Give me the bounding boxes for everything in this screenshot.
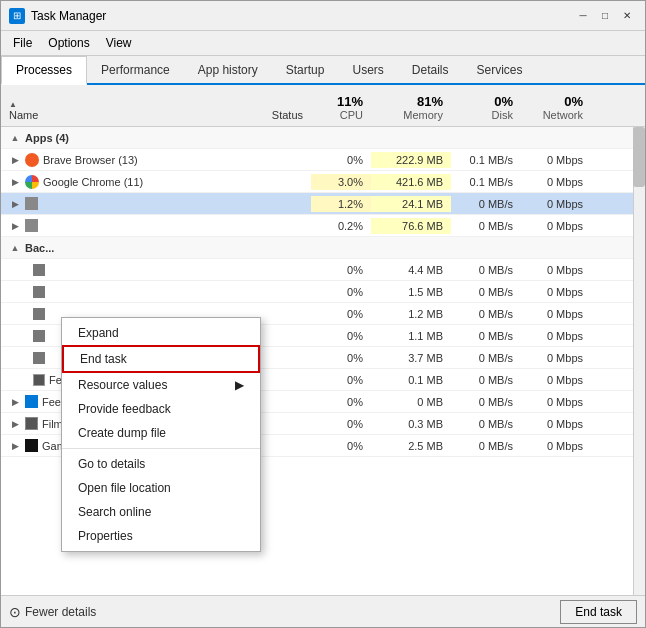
expand-chrome-arrow[interactable]: ▶ — [9, 176, 21, 188]
tab-services[interactable]: Services — [463, 56, 537, 85]
section-apps[interactable]: ▲ Apps (4) — [1, 127, 645, 149]
bg3-icon — [33, 308, 45, 320]
content-area: ▲ Name Status 11% CPU 81% Memory 0% Disk… — [1, 85, 645, 595]
footer: ⊙ Fewer details End task — [1, 595, 645, 627]
fewer-details-arrow: ⊙ — [9, 604, 21, 620]
col-network[interactable]: 0% Network — [521, 88, 591, 123]
window-title: Task Manager — [31, 9, 106, 23]
section-apps-label: ▲ Apps (4) — [1, 130, 231, 146]
title-bar: ⊞ Task Manager ─ □ ✕ — [1, 1, 645, 31]
tab-processes[interactable]: Processes — [1, 56, 87, 85]
section-background[interactable]: ▲ Bac... — [1, 237, 645, 259]
scrollbar-thumb[interactable] — [633, 127, 645, 187]
expand-brave-arrow[interactable]: ▶ — [9, 154, 21, 166]
maximize-button[interactable]: □ — [595, 7, 615, 25]
bg5-icon — [33, 352, 45, 364]
col-memory[interactable]: 81% Memory — [371, 88, 451, 123]
title-bar-left: ⊞ Task Manager — [9, 8, 106, 24]
expand-films-arrow[interactable]: ▶ — [9, 418, 21, 430]
tab-startup[interactable]: Startup — [272, 56, 339, 85]
row-bg2[interactable]: 0% 1.5 MB 0 MB/s 0 Mbps — [1, 281, 645, 303]
ctx-properties[interactable]: Properties — [62, 524, 260, 548]
tab-apphistory[interactable]: App history — [184, 56, 272, 85]
ctx-open-file-location[interactable]: Open file location — [62, 476, 260, 500]
row4-icon — [25, 219, 38, 232]
col-cpu[interactable]: 11% CPU — [311, 88, 371, 123]
row-bg1[interactable]: 0% 4.4 MB 0 MB/s 0 Mbps — [1, 259, 645, 281]
task-manager-window: ⊞ Task Manager ─ □ ✕ File Options View P… — [0, 0, 646, 628]
col-name[interactable]: ▲ Name — [1, 88, 231, 123]
context-menu: Expand End task Resource values ▶ Provid… — [61, 317, 261, 552]
ctx-go-to-details[interactable]: Go to details — [62, 452, 260, 476]
col-disk[interactable]: 0% Disk — [451, 88, 521, 123]
app-icon: ⊞ — [9, 8, 25, 24]
fewer-details-label: Fewer details — [25, 605, 96, 619]
row-brave[interactable]: ▶ Brave Browser (13) 0% 222.9 MB 0.1 MB/… — [1, 149, 645, 171]
col-status[interactable]: Status — [231, 88, 311, 123]
sort-arrow: ▲ — [9, 100, 17, 109]
bg4-icon — [33, 330, 45, 342]
brave-icon — [25, 153, 39, 167]
ctx-provide-feedback[interactable]: Provide feedback — [62, 397, 260, 421]
bg1-icon — [33, 264, 45, 276]
tab-performance[interactable]: Performance — [87, 56, 184, 85]
tab-bar: Processes Performance App history Startu… — [1, 56, 645, 85]
collapse-bg-arrow[interactable]: ▲ — [9, 242, 21, 254]
window-controls: ─ □ ✕ — [573, 7, 637, 25]
ctx-resource-values[interactable]: Resource values ▶ — [62, 373, 260, 397]
tab-details[interactable]: Details — [398, 56, 463, 85]
menu-file[interactable]: File — [5, 33, 40, 53]
scrollbar-track[interactable] — [633, 127, 645, 595]
row-chrome[interactable]: ▶ Google Chrome (11) 3.0% 421.6 MB 0.1 M… — [1, 171, 645, 193]
expand-gaming-arrow[interactable]: ▶ — [9, 440, 21, 452]
collapse-apps-arrow[interactable]: ▲ — [9, 132, 21, 144]
expand-row3-arrow[interactable]: ▶ — [9, 198, 21, 210]
table-body[interactable]: ▲ Apps (4) ▶ Brave Browser (13) 0% 222.9 — [1, 127, 645, 595]
expand-feeds-arrow[interactable]: ▶ — [9, 396, 21, 408]
films-icon — [25, 417, 38, 430]
bg2-icon — [33, 286, 45, 298]
chrome-icon — [25, 175, 39, 189]
ctx-expand[interactable]: Expand — [62, 321, 260, 345]
row3-icon — [25, 197, 38, 210]
row-selected[interactable]: ▶ 1.2% 24.1 MB 0 MB/s 0 Mbps — [1, 193, 645, 215]
menu-view[interactable]: View — [98, 33, 140, 53]
table-header: ▲ Name Status 11% CPU 81% Memory 0% Disk… — [1, 85, 645, 127]
ctx-create-dump[interactable]: Create dump file — [62, 421, 260, 445]
feeds-icon — [25, 395, 38, 408]
tab-users[interactable]: Users — [338, 56, 397, 85]
ctx-end-task[interactable]: End task — [62, 345, 260, 373]
end-task-button[interactable]: End task — [560, 600, 637, 624]
fewer-details-button[interactable]: ⊙ Fewer details — [9, 604, 96, 620]
submenu-arrow: ▶ — [235, 378, 244, 392]
expand-row4-arrow[interactable]: ▶ — [9, 220, 21, 232]
close-button[interactable]: ✕ — [617, 7, 637, 25]
menu-bar: File Options View — [1, 31, 645, 56]
row-4[interactable]: ▶ 0.2% 76.6 MB 0 MB/s 0 Mbps — [1, 215, 645, 237]
minimize-button[interactable]: ─ — [573, 7, 593, 25]
gaming-icon — [25, 439, 38, 452]
features-icon — [33, 374, 45, 386]
ctx-search-online[interactable]: Search online — [62, 500, 260, 524]
ctx-separator — [62, 448, 260, 449]
menu-options[interactable]: Options — [40, 33, 97, 53]
